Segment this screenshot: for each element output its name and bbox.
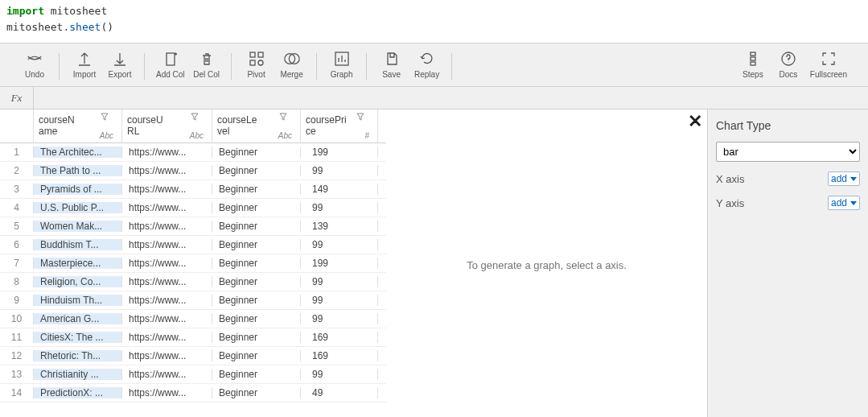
cell-coursename[interactable]: Religion, Co... [34, 276, 122, 287]
cell-coursename[interactable]: Masterpiece... [34, 258, 122, 269]
cell-courseurl[interactable]: https://www... [122, 369, 212, 380]
save-icon [383, 50, 401, 68]
cell-courseprice[interactable]: 99 [301, 295, 378, 306]
cell-courseurl[interactable]: https://www... [122, 276, 212, 287]
cell-courselevel[interactable]: Beginner [212, 332, 301, 343]
cell-courseprice[interactable]: 199 [301, 147, 378, 158]
cell-courseprice[interactable]: 99 [301, 202, 378, 213]
cell-coursename[interactable]: U.S. Public P... [34, 202, 122, 213]
pivot-button[interactable]: Pivot [243, 50, 270, 79]
cell-coursename[interactable]: Hinduism Th... [34, 295, 122, 306]
filter-icon[interactable] [191, 113, 199, 121]
cell-courseurl[interactable]: https://www... [122, 165, 212, 176]
cell-coursename[interactable]: PredictionX: ... [34, 387, 122, 398]
cell-coursename[interactable]: The Path to ... [34, 165, 122, 176]
cell-courselevel[interactable]: Beginner [212, 147, 301, 158]
cell-courseprice[interactable]: 99 [301, 276, 378, 287]
cell-courseurl[interactable]: https://www... [122, 221, 212, 232]
table-row[interactable]: 14PredictionX: ...https://www...Beginner… [0, 384, 386, 403]
cell-coursename[interactable]: CitiesX: The ... [34, 332, 122, 343]
table-row[interactable]: 2The Path to ...https://www...Beginner99 [0, 162, 386, 180]
replay-button[interactable]: Replay [413, 50, 441, 79]
table-row[interactable]: 1The Architec...https://www...Beginner19… [0, 143, 386, 162]
filter-icon[interactable] [356, 113, 364, 121]
cell-courselevel[interactable]: Beginner [212, 165, 301, 176]
cell-courseurl[interactable]: https://www... [122, 350, 212, 361]
cell-courseprice[interactable]: 199 [301, 258, 378, 269]
filter-icon[interactable] [279, 113, 287, 121]
table-row[interactable]: 5Women Mak...https://www...Beginner139 [0, 217, 386, 236]
cell-courseprice[interactable]: 99 [301, 313, 378, 324]
cell-courselevel[interactable]: Beginner [212, 350, 301, 361]
cell-courseprice[interactable]: 169 [301, 350, 378, 361]
steps-button[interactable]: Steps [739, 50, 767, 79]
cell-courseprice[interactable]: 49 [301, 387, 378, 398]
chart-type-select[interactable]: bar [716, 142, 860, 162]
merge-button[interactable]: Merge [278, 50, 306, 79]
cell-courseprice[interactable]: 99 [301, 239, 378, 250]
cell-coursename[interactable]: American G... [34, 313, 122, 324]
table-row[interactable]: 12Rhetoric: Th...https://www...Beginner1… [0, 347, 386, 365]
code-cell[interactable]: import mitosheet mitosheet.sheet() [0, 0, 868, 43]
table-row[interactable]: 7Masterpiece...https://www...Beginner199 [0, 254, 386, 273]
col-header-courseurl[interactable]: courseURL Abc [122, 109, 212, 142]
cell-courseprice[interactable]: 99 [301, 369, 378, 380]
table-row[interactable]: 10American G...https://www...Beginner99 [0, 310, 386, 328]
cell-courseurl[interactable]: https://www... [122, 184, 212, 195]
add-col-button[interactable]: Add Col [156, 50, 185, 79]
cell-courseurl[interactable]: https://www... [122, 387, 212, 398]
sheet-body[interactable]: 1The Architec...https://www...Beginner19… [0, 143, 386, 417]
trash-icon [198, 50, 216, 68]
cell-courselevel[interactable]: Beginner [212, 276, 301, 287]
cell-courseurl[interactable]: https://www... [122, 202, 212, 213]
close-icon[interactable]: ✕ [688, 113, 702, 130]
cell-courselevel[interactable]: Beginner [212, 258, 301, 269]
cell-coursename[interactable]: Women Mak... [34, 221, 122, 232]
cell-courseurl[interactable]: https://www... [122, 239, 212, 250]
cell-courseprice[interactable]: 139 [301, 221, 378, 232]
save-button[interactable]: Save [378, 50, 405, 79]
fullscreen-button[interactable]: Fullscreen [810, 50, 847, 79]
table-row[interactable]: 3Pyramids of ...https://www...Beginner14… [0, 180, 386, 199]
cell-courselevel[interactable]: Beginner [212, 202, 301, 213]
table-row[interactable]: 4U.S. Public P...https://www...Beginner9… [0, 199, 386, 217]
xaxis-add-button[interactable]: add [828, 171, 860, 186]
cell-coursename[interactable]: Rhetoric: Th... [34, 350, 122, 361]
col-header-coursename[interactable]: courseName Abc [34, 109, 122, 142]
cell-courseurl[interactable]: https://www... [122, 258, 212, 269]
cell-coursename[interactable]: The Architec... [34, 147, 122, 158]
cell-courselevel[interactable]: Beginner [212, 369, 301, 380]
cell-courseprice[interactable]: 99 [301, 165, 378, 176]
cell-coursename[interactable]: Pyramids of ... [34, 184, 122, 195]
table-row[interactable]: 8Religion, Co...https://www...Beginner99 [0, 273, 386, 291]
table-row[interactable]: 11CitiesX: The ...https://www...Beginner… [0, 328, 386, 347]
cell-courseurl[interactable]: https://www... [122, 147, 212, 158]
graph-button[interactable]: Graph [328, 50, 356, 79]
filter-icon[interactable] [101, 113, 109, 121]
yaxis-add-button[interactable]: add [828, 196, 860, 210]
cell-courseurl[interactable]: https://www... [122, 295, 212, 306]
table-row[interactable]: 13Christianity ...https://www...Beginner… [0, 365, 386, 384]
table-row[interactable]: 6Buddhism T...https://www...Beginner99 [0, 236, 386, 254]
table-row[interactable]: 9Hinduism Th...https://www...Beginner99 [0, 291, 386, 310]
cell-courselevel[interactable]: Beginner [212, 387, 301, 398]
undo-button[interactable]: Undo [21, 50, 48, 79]
cell-courseurl[interactable]: https://www... [122, 313, 212, 324]
col-header-courseprice[interactable]: coursePrice # [301, 109, 378, 142]
cell-coursename[interactable]: Christianity ... [34, 369, 122, 380]
import-button[interactable]: Import [71, 50, 98, 79]
cell-courselevel[interactable]: Beginner [212, 221, 301, 232]
cell-courselevel[interactable]: Beginner [212, 239, 301, 250]
cell-courseprice[interactable]: 169 [301, 332, 378, 343]
docs-button[interactable]: Docs [775, 50, 802, 79]
formula-input[interactable] [34, 87, 868, 109]
cell-courseurl[interactable]: https://www... [122, 332, 212, 343]
cell-courselevel[interactable]: Beginner [212, 184, 301, 195]
cell-coursename[interactable]: Buddhism T... [34, 239, 122, 250]
cell-courseprice[interactable]: 149 [301, 184, 378, 195]
del-col-button[interactable]: Del Col [193, 50, 220, 79]
cell-courselevel[interactable]: Beginner [212, 295, 301, 306]
col-header-courselevel[interactable]: courseLevel Abc [212, 109, 301, 142]
cell-courselevel[interactable]: Beginner [212, 313, 301, 324]
export-button[interactable]: Export [106, 50, 134, 79]
